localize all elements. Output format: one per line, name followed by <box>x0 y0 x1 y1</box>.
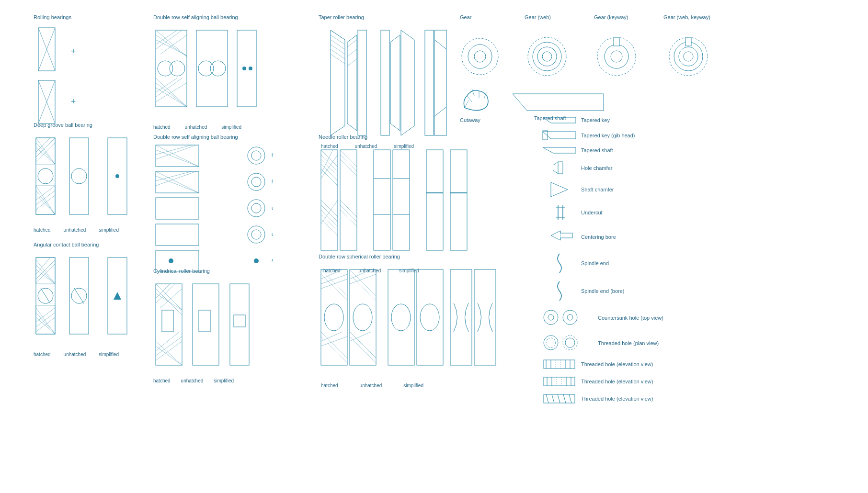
svg-rect-215 <box>685 37 691 46</box>
svg-text:hatched: hatched <box>272 153 273 158</box>
centering-bore-item: Centering bore <box>541 226 663 247</box>
svg-line-34 <box>36 260 55 279</box>
svg-rect-117 <box>234 315 245 327</box>
svg-line-120 <box>331 35 345 45</box>
double-row-spherical-section: Double row spherical roller bearing <box>319 254 501 388</box>
svg-point-16 <box>38 168 53 184</box>
tapered-key-gib-label: Tapered key (gib head) <box>581 133 635 138</box>
label-hatched-cyl: hatched <box>153 378 171 383</box>
svg-point-203 <box>528 37 566 76</box>
label-simplified-cyl: simplified <box>214 378 234 383</box>
svg-marker-131 <box>390 35 400 131</box>
deep-groove-title: Deep groove ball bearing <box>34 122 139 128</box>
svg-line-113 <box>156 341 182 360</box>
svg-line-23 <box>36 195 55 210</box>
gear-title: Gear <box>460 14 501 20</box>
svg-line-180 <box>321 332 343 341</box>
svg-line-147 <box>321 205 338 222</box>
svg-point-195 <box>391 304 411 331</box>
label-unhatched-spherical: unhatched <box>360 383 382 388</box>
svg-line-57 <box>160 35 187 54</box>
threaded-hole-plan-item: Threaded hole (plan view) <box>541 332 663 354</box>
svg-rect-168 <box>450 150 467 250</box>
svg-point-243 <box>565 338 575 347</box>
svg-point-201 <box>468 45 492 68</box>
threaded-hole-elev2-item: Threaded hole (elevation view) <box>541 375 663 388</box>
svg-line-102 <box>156 284 182 310</box>
rolling-bearings-title: Rolling bearings <box>34 14 117 20</box>
svg-line-21 <box>36 186 55 200</box>
svg-line-172 <box>321 269 347 296</box>
svg-line-156 <box>340 159 357 176</box>
svg-marker-234 <box>551 231 572 240</box>
svg-rect-161 <box>393 150 410 250</box>
svg-line-154 <box>340 150 357 167</box>
svg-point-94 <box>248 226 265 243</box>
svg-rect-184 <box>350 269 376 303</box>
gear-web-keyway-svg <box>663 23 714 85</box>
svg-line-218 <box>472 89 474 96</box>
svg-point-95 <box>251 230 261 239</box>
svg-rect-199 <box>474 269 496 365</box>
deep-groove-svg <box>34 131 139 226</box>
svg-text:unhatched: unhatched <box>272 232 273 237</box>
threaded-hole-plan-svg <box>541 332 594 354</box>
svg-rect-138 <box>321 150 338 250</box>
svg-point-200 <box>462 38 498 75</box>
svg-line-20 <box>36 195 55 214</box>
svg-line-174 <box>321 269 343 279</box>
svg-line-11 <box>36 143 55 164</box>
gear-web-keyway-title: Gear (web, keyway) <box>663 14 714 20</box>
needle-roller-section: Needle roller bearing <box>319 134 477 273</box>
label-simplified-deep: simplified <box>99 227 119 233</box>
tapered-shaft-small-label: Tapered shaft <box>581 147 613 153</box>
svg-line-15 <box>36 143 55 162</box>
svg-line-146 <box>321 200 338 217</box>
svg-rect-134 <box>434 30 446 135</box>
double-row-self-section: Double row self aligning ball bearing ha <box>153 14 263 130</box>
svg-rect-189 <box>350 332 376 365</box>
svg-point-236 <box>544 310 558 325</box>
gear-keyway-svg <box>594 23 640 85</box>
threaded-hole-elev3-item: Threaded hole (elevation view) <box>541 392 663 405</box>
svg-line-111 <box>156 332 180 351</box>
svg-point-87 <box>251 177 261 187</box>
cutaway-svg <box>460 84 491 117</box>
svg-line-173 <box>321 274 347 301</box>
undercut-svg <box>541 203 577 222</box>
svg-rect-89 <box>156 198 199 219</box>
spindle-end-item: Spindle end <box>541 251 663 275</box>
svg-line-181 <box>321 336 347 346</box>
svg-point-197 <box>420 304 439 331</box>
svg-point-98 <box>169 258 173 263</box>
double-row-self-svg <box>153 23 263 123</box>
svg-line-10 <box>36 138 55 164</box>
svg-line-128 <box>347 59 357 66</box>
svg-rect-137 <box>321 150 338 250</box>
svg-line-12 <box>36 147 55 164</box>
svg-line-191 <box>350 336 376 363</box>
label-hatched-angular: hatched <box>34 352 51 357</box>
threaded-hole-elev1-label: Threaded hole (elevation view) <box>581 361 653 367</box>
svg-rect-177 <box>321 332 347 365</box>
svg-line-179 <box>321 336 347 363</box>
double-row-spherical-title: Double row spherical roller bearing <box>319 254 501 259</box>
gear-svg <box>460 23 501 85</box>
svg-point-238 <box>563 310 577 325</box>
svg-rect-251 <box>544 377 575 386</box>
gear-web-title: Gear (web) <box>525 14 570 20</box>
svg-rect-171 <box>321 269 347 303</box>
svg-rect-166 <box>426 150 443 250</box>
svg-line-260 <box>552 394 554 403</box>
svg-text:+: + <box>71 46 76 56</box>
svg-rect-24 <box>69 138 89 214</box>
svg-marker-132 <box>401 30 414 135</box>
svg-marker-221 <box>513 94 604 111</box>
svg-line-112 <box>156 336 182 356</box>
svg-point-206 <box>542 52 552 61</box>
svg-line-149 <box>321 214 338 231</box>
label-unhatched-angular: unhatched <box>64 352 86 357</box>
svg-line-178 <box>321 332 347 358</box>
centering-bore-svg <box>541 226 577 247</box>
svg-line-14 <box>36 138 55 157</box>
